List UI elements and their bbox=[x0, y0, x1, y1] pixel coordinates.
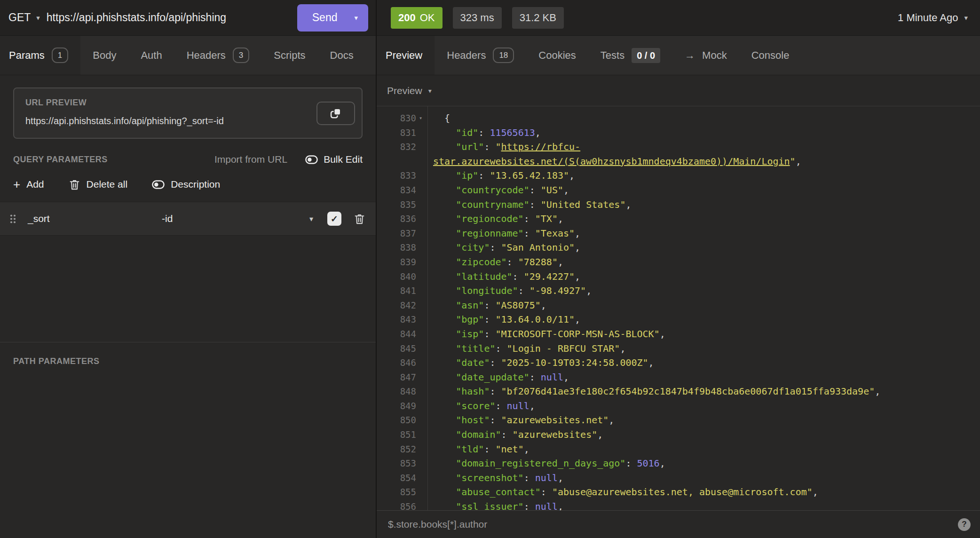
fold-toggle-icon[interactable]: ▾ bbox=[416, 111, 425, 126]
tab-preview[interactable]: Preview bbox=[377, 36, 435, 75]
delete-all-button[interactable]: Delete all bbox=[69, 179, 128, 190]
status-badge: 200 OK bbox=[391, 7, 443, 29]
json-token bbox=[433, 127, 456, 138]
code-text: "id": 11565613, bbox=[427, 126, 541, 140]
line-gutter: 851 bbox=[377, 427, 427, 442]
param-enabled-checkbox[interactable]: ✓ bbox=[327, 212, 341, 226]
json-link[interactable]: https://rbfcu- bbox=[501, 141, 581, 152]
code-line: 831 "id": 11565613, bbox=[377, 126, 980, 140]
json-token bbox=[433, 429, 456, 440]
status-text: OK bbox=[420, 12, 435, 24]
json-token: , bbox=[569, 170, 575, 181]
json-token bbox=[433, 443, 456, 455]
code-text: "screenshot": null, bbox=[427, 471, 563, 485]
code-text: "score": null, bbox=[427, 399, 535, 413]
response-time-badge: 323 ms bbox=[453, 7, 502, 29]
json-token: "title" bbox=[456, 343, 495, 354]
json-token: "countryname" bbox=[456, 199, 530, 210]
url-input[interactable]: https://api.phishstats.info/api/phishing bbox=[47, 11, 226, 24]
url-preview-box: URL PREVIEW https://api.phishstats.info/… bbox=[13, 87, 363, 139]
tab-mock[interactable]: →Mock bbox=[672, 36, 739, 75]
tab-docs[interactable]: Docs bbox=[318, 36, 366, 75]
chevron-down-icon: ▾ bbox=[964, 14, 968, 22]
tab-label: Headers bbox=[447, 49, 486, 62]
json-token: , bbox=[586, 285, 592, 296]
tab-params[interactable]: Params1 bbox=[0, 36, 80, 75]
chevron-down-icon[interactable]: ▾ bbox=[428, 87, 432, 95]
line-number: 836 bbox=[400, 212, 416, 226]
json-token: "latitude" bbox=[456, 271, 512, 282]
tab-cookies[interactable]: Cookies bbox=[526, 36, 588, 75]
line-gutter: 835 bbox=[377, 198, 427, 212]
line-number: 850 bbox=[400, 413, 416, 427]
request-tabbar: Params1BodyAuthHeaders3ScriptsDocs bbox=[0, 36, 376, 75]
drag-handle-icon[interactable] bbox=[9, 214, 16, 224]
jsonpath-filter-input[interactable] bbox=[387, 518, 958, 530]
json-token: , bbox=[563, 372, 569, 383]
code-line: 844 "isp": "MICROSOFT-CORP-MSN-AS-BLOCK"… bbox=[377, 327, 980, 341]
json-link[interactable]: star.azurewebsites.net/(S(aw0hzsnysb1mnd… bbox=[433, 156, 790, 167]
json-token: "tld" bbox=[456, 443, 484, 455]
line-number: 843 bbox=[400, 312, 416, 327]
param-name-input[interactable]: _sort bbox=[28, 213, 162, 224]
code-line: 843 "bgp": "13.64.0.0/11", bbox=[377, 312, 980, 327]
line-number: 838 bbox=[400, 240, 416, 255]
send-button[interactable]: Send ▾ bbox=[297, 4, 368, 32]
import-from-url-button[interactable]: Import from URL bbox=[214, 154, 287, 165]
json-token: "13.65.42.183" bbox=[490, 170, 569, 181]
tab-console[interactable]: Console bbox=[739, 36, 802, 75]
param-options-chevron-icon[interactable]: ▾ bbox=[309, 214, 313, 223]
json-token: "bgp" bbox=[456, 314, 484, 325]
code-text: "host": "azurewebsites.net", bbox=[427, 413, 614, 427]
json-token: "abuse@azurewebsites.net, abuse@microsof… bbox=[552, 486, 813, 498]
line-gutter: 837 bbox=[377, 226, 427, 241]
code-line: 848 "hash": "bf2076d41ae3fe180c2f654b92c… bbox=[377, 384, 980, 399]
response-age-selector[interactable]: 1 Minute Ago ▾ bbox=[898, 12, 968, 24]
code-line: 854 "screenshot": null, bbox=[377, 471, 980, 485]
bulk-edit-toggle[interactable]: Bulk Edit bbox=[305, 154, 363, 165]
param-delete-button[interactable] bbox=[354, 213, 365, 225]
tab-headers[interactable]: Headers3 bbox=[174, 36, 262, 75]
preview-mode-selector[interactable]: Preview bbox=[387, 85, 422, 96]
line-gutter: 839 bbox=[377, 255, 427, 269]
method-selector[interactable]: GET ▾ bbox=[0, 11, 47, 24]
line-number: 839 bbox=[400, 255, 416, 269]
line-gutter: 836 bbox=[377, 212, 427, 226]
toggle-icon bbox=[152, 179, 165, 190]
param-value-input[interactable]: -id bbox=[162, 213, 309, 224]
tab-tests[interactable]: Tests0 / 0 bbox=[588, 36, 672, 75]
json-token: : bbox=[524, 472, 535, 483]
tab-auth[interactable]: Auth bbox=[128, 36, 174, 75]
line-gutter: 848 bbox=[377, 384, 427, 399]
tab-scripts[interactable]: Scripts bbox=[261, 36, 317, 75]
chevron-down-icon[interactable]: ▾ bbox=[348, 14, 368, 22]
json-token: " bbox=[790, 156, 796, 167]
line-number: 851 bbox=[400, 427, 416, 442]
json-token: : bbox=[484, 300, 495, 311]
preview-mode-row: Preview ▾ bbox=[377, 75, 980, 106]
copy-url-button[interactable] bbox=[316, 102, 355, 125]
json-token bbox=[433, 141, 456, 152]
add-parameter-button[interactable]: + Add bbox=[13, 178, 44, 190]
response-body-viewer[interactable]: 830▾ {831 "id": 11565613,832 "url": "htt… bbox=[377, 106, 980, 510]
tab-headers[interactable]: Headers18 bbox=[435, 36, 526, 75]
tab-body[interactable]: Body bbox=[80, 36, 128, 75]
json-token: : bbox=[513, 271, 524, 282]
tab-count-badge: 1 bbox=[52, 47, 68, 63]
code-text: { bbox=[427, 111, 450, 126]
status-code: 200 bbox=[398, 12, 416, 24]
line-number: 842 bbox=[400, 298, 416, 313]
description-toggle[interactable]: Description bbox=[152, 179, 220, 190]
tab-count-badge: 3 bbox=[233, 47, 249, 63]
request-topbar: GET ▾ https://api.phishstats.info/api/ph… bbox=[0, 0, 376, 36]
json-token bbox=[433, 501, 456, 510]
json-token: "domain_registered_n_days_ago" bbox=[456, 458, 625, 469]
json-token: : bbox=[507, 256, 518, 268]
tab-label: Mock bbox=[702, 49, 727, 62]
json-token bbox=[433, 400, 456, 411]
code-text: "ip": "13.65.42.183", bbox=[427, 168, 575, 183]
line-number: 847 bbox=[400, 370, 416, 385]
code-text: "tld": "net", bbox=[427, 442, 530, 457]
json-token: "date_update" bbox=[456, 372, 530, 383]
help-icon[interactable]: ? bbox=[958, 518, 971, 531]
